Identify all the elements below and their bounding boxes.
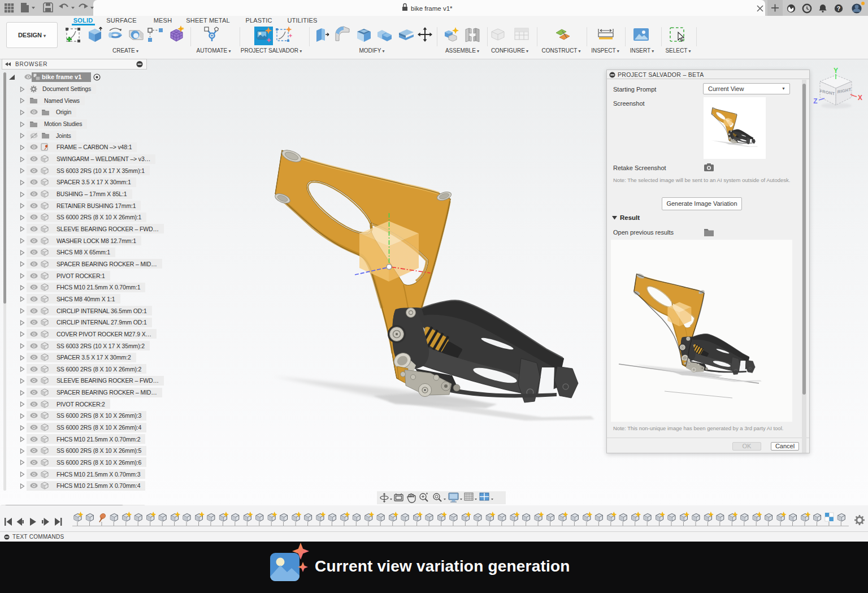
svg-text:?: ? (837, 5, 840, 12)
svg-text:bike frame v1*: bike frame v1* (411, 5, 453, 12)
svg-text:Z: Z (813, 97, 817, 105)
svg-text:BROWSER: BROWSER (15, 61, 47, 67)
svg-text:X: X (858, 94, 862, 102)
svg-text:Y: Y (834, 67, 838, 75)
